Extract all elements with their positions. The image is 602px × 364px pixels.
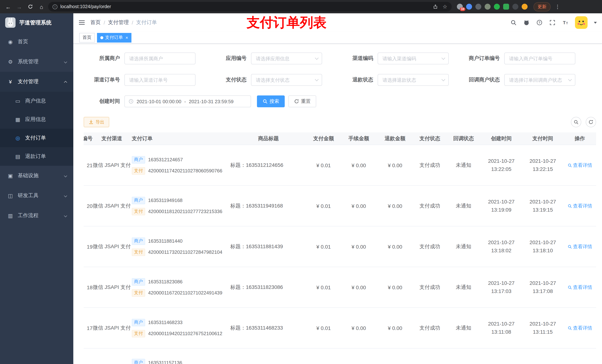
extension-icon[interactable]: [466, 4, 472, 10]
help-icon[interactable]: ?: [536, 19, 543, 26]
tools-icon: ◫: [7, 193, 13, 199]
avatar[interactable]: [575, 16, 588, 29]
filter-select[interactable]: [251, 52, 322, 64]
filter-select[interactable]: [251, 74, 322, 86]
address-bar[interactable]: i localhost:1024/pay/order ☆: [48, 2, 452, 11]
site-info-icon[interactable]: i: [53, 4, 57, 9]
github-icon[interactable]: [523, 19, 530, 26]
filter-input-field[interactable]: [504, 52, 575, 64]
filter-select[interactable]: [378, 74, 449, 86]
order-id: 19: [84, 244, 93, 250]
sidebar-item-system[interactable]: ⚙系统管理: [0, 52, 73, 72]
tab-label: 首页: [83, 34, 91, 41]
hamburger-icon[interactable]: [78, 19, 85, 26]
filter-field: 商户订单编号: [463, 52, 590, 64]
sidebar-item-payment[interactable]: ¥支付管理: [0, 72, 73, 92]
font-size-icon[interactable]: TT: [562, 19, 569, 26]
filter-input[interactable]: [124, 74, 195, 86]
breadcrumb-item[interactable]: 首页: [90, 19, 101, 26]
browser-forward-button[interactable]: →: [15, 2, 24, 11]
sidebar-item-pay-order[interactable]: ◎支付订单: [0, 129, 73, 147]
view-detail-link[interactable]: 查看详情: [567, 284, 592, 291]
sidebar-item-infrastructure[interactable]: ▣基础设施: [0, 166, 73, 186]
breadcrumb-item[interactable]: 支付管理: [108, 19, 129, 26]
filter-input-field[interactable]: [251, 74, 322, 86]
browser-menu-icon[interactable]: ⋮: [555, 4, 560, 10]
browser-back-button[interactable]: ←: [4, 2, 13, 11]
filter-field: 渠道编码: [337, 52, 463, 64]
filter-select[interactable]: [504, 74, 575, 86]
filter-field: 所属商户: [84, 52, 210, 64]
filter-input-field[interactable]: [378, 52, 449, 64]
filter-input-field[interactable]: [124, 74, 195, 86]
pay-tag: 支付: [132, 289, 145, 296]
refresh-icon[interactable]: [586, 117, 596, 127]
sidebar-item-home[interactable]: ◉首页: [0, 32, 73, 52]
pay-status: 支付成功: [413, 162, 447, 168]
view-detail-link[interactable]: 查看详情: [567, 203, 592, 209]
browser-update-button[interactable]: 更新: [534, 2, 550, 11]
browser-home-button[interactable]: ⌂: [37, 2, 46, 11]
close-icon[interactable]: ×: [126, 35, 128, 40]
sidebar-item-refund-order[interactable]: ▤退款订单: [0, 147, 73, 166]
column-header: 编号: [84, 135, 93, 142]
fullscreen-icon[interactable]: [549, 19, 556, 26]
extension-icon[interactable]: [475, 4, 481, 10]
extension-icon[interactable]: [485, 4, 491, 10]
table-row: 21微信 JSAPI 支付商户1635312124657支付4200001174…: [84, 145, 596, 186]
extension-icon[interactable]: [512, 4, 518, 10]
extension-icon[interactable]: [503, 4, 509, 10]
pay-time: 2021-10-2713:19:15: [522, 198, 563, 214]
filter-input-field[interactable]: [378, 74, 449, 86]
chevron-down-icon[interactable]: [594, 22, 597, 25]
view-detail-link[interactable]: 查看详情: [567, 325, 592, 331]
filter-input-field[interactable]: [504, 74, 575, 86]
sidebar-item-label: 应用信息: [25, 116, 73, 123]
create-time-range-picker[interactable]: 2021-10-01 00:00:00 - 2021-10-31 23:59:5…: [124, 95, 251, 107]
monitor-icon: ▣: [7, 173, 13, 179]
merchant-tag: 商户: [132, 319, 145, 326]
fee-amount: ¥ 0.00: [341, 244, 377, 250]
filter-label: 支付状态: [210, 77, 251, 83]
sidebar-item-app-info[interactable]: ▦应用信息: [0, 110, 73, 129]
bookmark-star-icon[interactable]: ☆: [443, 4, 447, 10]
sidebar-item-devtools[interactable]: ◫研发工具: [0, 186, 73, 206]
view-detail-link[interactable]: 查看详情: [567, 162, 592, 168]
tab-item[interactable]: 支付订单×: [97, 33, 131, 42]
extension-icon[interactable]: 10: [457, 4, 463, 10]
sidebar-item-workflow[interactable]: ▥工作流程: [0, 206, 73, 226]
create-time: 2021-10-2713:22:05: [481, 157, 522, 173]
orders-table: 编号支付渠道支付订单商品标题支付金额手续金额退款金额支付状态回调状态创建时间支付…: [84, 132, 596, 364]
extension-icon[interactable]: [522, 4, 527, 10]
filter-field: 支付状态: [210, 74, 337, 86]
tab-item[interactable]: 首页: [79, 33, 95, 42]
merchant-tag: 商户: [132, 278, 145, 285]
create-time: 2021-10-2713:17:03: [481, 279, 522, 295]
extension-icon[interactable]: [494, 4, 500, 10]
filter-input[interactable]: [124, 52, 195, 64]
pay-tag: 支付: [132, 167, 145, 174]
filter-input-field[interactable]: [251, 52, 322, 64]
notify-status: 未通知: [447, 284, 481, 291]
view-detail-link[interactable]: 查看详情: [567, 243, 592, 250]
tab-label: 支付订单: [105, 34, 123, 41]
table-header-row: 编号支付渠道支付订单商品标题支付金额手续金额退款金额支付状态回调状态创建时间支付…: [84, 132, 596, 145]
export-button[interactable]: 导出: [84, 117, 109, 127]
browser-reload-button[interactable]: [26, 2, 35, 11]
merchant-tag: 商户: [132, 237, 145, 245]
search-icon[interactable]: [510, 19, 517, 26]
filter-select[interactable]: [378, 52, 449, 64]
share-icon[interactable]: [432, 3, 439, 10]
toggle-search-icon[interactable]: [571, 117, 581, 127]
pay-order-cell: 商户1635311468233支付42000011942021102767521…: [131, 319, 228, 337]
chevron-down-icon: [64, 174, 67, 177]
filter-input-field[interactable]: [124, 52, 195, 64]
record-icon: ◎: [15, 135, 21, 141]
refund-amount: ¥ 0.00: [377, 244, 413, 250]
sidebar-item-merchant-info[interactable]: ▭商户信息: [0, 92, 73, 110]
filter-input[interactable]: [504, 52, 575, 64]
search-button[interactable]: 搜索: [257, 95, 285, 107]
column-header: 支付金额: [307, 135, 341, 142]
pay-order-no: 4200001174202110278060590766: [148, 168, 222, 174]
reset-button[interactable]: 重置: [288, 95, 316, 107]
